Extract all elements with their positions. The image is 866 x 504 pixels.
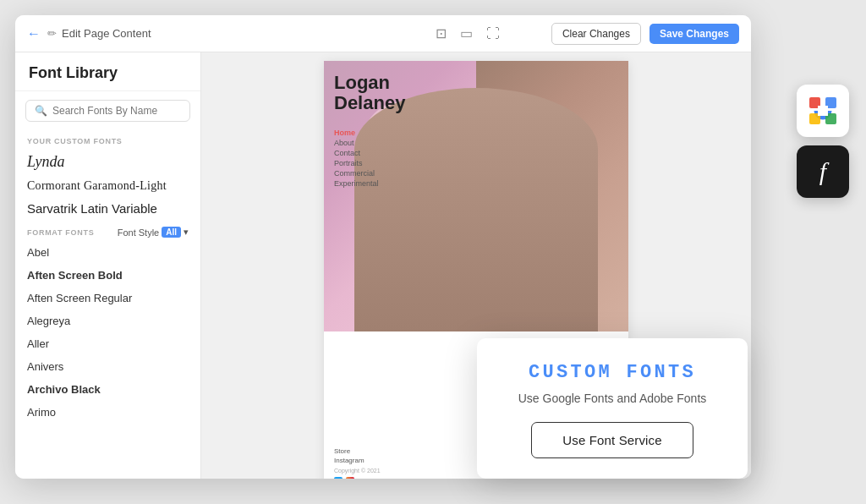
right-icons: f (797, 85, 849, 198)
font-style-filter[interactable]: Font Style All ▾ (118, 227, 189, 238)
search-box[interactable]: 🔍 (25, 100, 190, 122)
page-name: Logan Delaney (334, 73, 405, 113)
font-archivo-black[interactable]: Archivo Black (15, 378, 200, 401)
nav-commercial[interactable]: Commercial (334, 169, 379, 178)
monitor-icon[interactable]: ⊡ (436, 25, 447, 41)
share-link[interactable]: Share (358, 478, 376, 479)
svg-rect-5 (818, 106, 828, 116)
font-style-label: Font Style (118, 227, 160, 238)
page-nav: Home About Contact Portraits Commercial … (334, 129, 379, 189)
sidebar-title: Font Library (29, 64, 118, 82)
sidebar-header: Font Library (15, 52, 200, 91)
format-row: FORMAT FONTS Font Style All ▾ (15, 220, 200, 241)
name-line2: Delaney (334, 93, 405, 113)
custom-font-cormorant[interactable]: Cormorant Garamond-Light (15, 175, 200, 197)
all-badge: All (162, 227, 181, 238)
custom-fonts-heading: CUSTOM FONTS (502, 362, 722, 383)
custom-fonts-label: YOUR CUSTOM FONTS (15, 130, 200, 149)
font-arimo[interactable]: Arimo (15, 401, 200, 424)
search-input[interactable] (52, 105, 181, 117)
footer-social: Share (334, 477, 466, 479)
page-title: Edit Page Content (62, 27, 151, 40)
custom-font-lynda[interactable]: Lynda (15, 149, 200, 175)
tablet-icon[interactable]: ▭ (460, 25, 473, 41)
font-aften-screen-regular[interactable]: Aften Screen Regular (15, 287, 200, 310)
font-aller[interactable]: Aller (15, 332, 200, 355)
google-fonts-icon[interactable] (797, 85, 849, 137)
canvas-images: Logan Delaney Home About Contact Portrai… (324, 61, 628, 331)
twitter-icon[interactable] (334, 477, 343, 479)
instagram-icon[interactable] (346, 477, 354, 479)
save-changes-button[interactable]: Save Changes (650, 24, 739, 44)
nav-experimental[interactable]: Experimental (334, 179, 379, 188)
nav-portraits[interactable]: Portraits (334, 159, 379, 167)
adobe-fonts-icon[interactable]: f (797, 145, 849, 198)
nav-about[interactable]: About (334, 139, 379, 147)
edit-icon: ✏ (47, 27, 57, 40)
search-icon: 🔍 (35, 105, 47, 117)
font-alegreya[interactable]: Alegreya (15, 310, 200, 332)
font-anivers[interactable]: Anivers (15, 355, 200, 378)
nav-contact[interactable]: Contact (334, 149, 379, 157)
top-bar-right: Clear Changes Save Changes (551, 23, 739, 45)
footer-store: Store (334, 447, 466, 455)
font-aften-screen-bold[interactable]: Aften Screen Bold (15, 264, 200, 287)
page-title-bar: ✏ Edit Page Content (47, 27, 151, 40)
clear-changes-button[interactable]: Clear Changes (551, 23, 641, 45)
google-fonts-svg (804, 92, 841, 129)
back-button[interactable]: ← (27, 26, 41, 41)
name-line1: Logan (334, 73, 405, 93)
custom-font-sarvatrik[interactable]: Sarvatrik Latin Variable (15, 197, 200, 220)
font-abel[interactable]: Abel (15, 241, 200, 264)
chevron-down-icon: ▾ (184, 227, 189, 238)
nav-home[interactable]: Home (334, 129, 379, 137)
font-library-sidebar: Font Library 🔍 YOUR CUSTOM FONTS Lynda C… (15, 52, 201, 479)
custom-fonts-card: CUSTOM FONTS Use Google Fonts and Adobe … (477, 338, 748, 479)
page-footer: Store Instagram Copyright © 2021 Share (324, 441, 476, 479)
footer-links: Store Instagram (334, 447, 466, 464)
custom-fonts-subtitle: Use Google Fonts and Adobe Fonts (502, 392, 722, 405)
format-fonts-label: FORMAT FONTS (27, 228, 94, 237)
use-font-service-button[interactable]: Use Font Service (531, 422, 693, 458)
footer-copyright: Copyright © 2021 (334, 468, 466, 474)
photo-right (476, 61, 628, 331)
top-bar-center: ⊡ ▭ ⛶ (436, 25, 500, 41)
footer-instagram: Instagram (334, 457, 466, 464)
canvas-overlay: Logan Delaney Home About Contact Portrai… (324, 61, 476, 331)
adobe-f-letter: f (819, 157, 826, 186)
top-bar: ← ✏ Edit Page Content ⊡ ▭ ⛶ Clear Change… (15, 15, 751, 52)
expand-icon[interactable]: ⛶ (486, 26, 500, 41)
